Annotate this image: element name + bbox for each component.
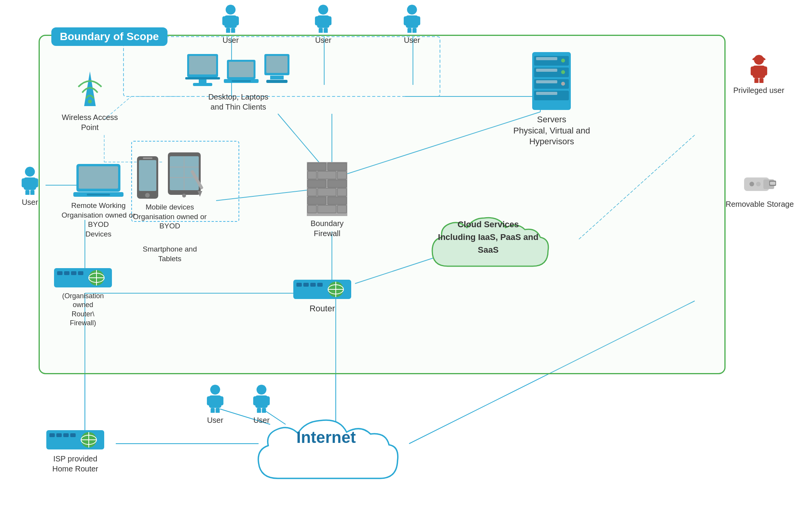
svg-rect-105 xyxy=(308,180,326,187)
svg-rect-48 xyxy=(754,78,758,83)
svg-rect-82 xyxy=(536,92,557,95)
svg-point-50 xyxy=(25,167,35,177)
servers: ServersPhysical, Virtual andHypervisors xyxy=(513,50,590,147)
svg-rect-116 xyxy=(57,271,63,275)
svg-point-32 xyxy=(318,5,328,15)
svg-point-148 xyxy=(257,385,267,395)
svg-rect-134 xyxy=(49,433,55,437)
removable-storage-label: Removable Storage xyxy=(726,199,794,209)
svg-rect-80 xyxy=(536,69,557,72)
privileged-user: Privileged user xyxy=(733,54,784,95)
svg-rect-68 xyxy=(266,56,288,73)
svg-rect-37 xyxy=(324,28,328,33)
wireless-ap-label: Wireless AccessPoint xyxy=(62,112,118,132)
boundary-firewall: BoundaryFirewall xyxy=(307,162,347,238)
svg-rect-49 xyxy=(759,78,763,83)
center-router-label: Router xyxy=(310,303,335,314)
svg-rect-102 xyxy=(308,171,316,179)
boundary-firewall-label: BoundaryFirewall xyxy=(311,218,344,238)
svg-rect-118 xyxy=(71,271,76,275)
svg-rect-52 xyxy=(22,178,26,187)
desktops-laptops: Desktop, Laptopsand Thin Clients xyxy=(185,52,291,112)
svg-rect-61 xyxy=(193,83,212,86)
svg-point-96 xyxy=(182,194,186,198)
mobile-label: Mobile devicesOrganisation owned or BYOD xyxy=(131,203,208,231)
svg-rect-88 xyxy=(139,160,156,191)
svg-rect-114 xyxy=(337,205,347,213)
user-left: User xyxy=(19,166,41,207)
svg-rect-109 xyxy=(337,188,347,196)
svg-rect-36 xyxy=(319,28,323,33)
isp-router: ISP providedHome Router xyxy=(46,426,104,474)
svg-rect-111 xyxy=(328,197,347,204)
svg-rect-106 xyxy=(328,180,347,187)
svg-rect-62 xyxy=(185,77,220,79)
user-top-1: User xyxy=(220,4,241,45)
svg-rect-112 xyxy=(308,205,316,213)
svg-rect-79 xyxy=(536,57,557,60)
svg-rect-28 xyxy=(222,16,227,25)
svg-rect-43 xyxy=(413,28,417,33)
svg-rect-157 xyxy=(770,182,775,185)
user-top-3: User xyxy=(401,4,423,45)
svg-rect-40 xyxy=(404,16,408,25)
svg-point-77 xyxy=(561,70,565,74)
isp-router-label: ISP providedHome Router xyxy=(52,454,98,474)
svg-rect-64 xyxy=(229,62,254,77)
internet-label: Internet xyxy=(296,428,356,446)
svg-point-57 xyxy=(88,100,92,103)
user-top-2-label: User xyxy=(315,35,331,45)
smartphones-tablets: Mobile devicesOrganisation owned or BYOD… xyxy=(131,150,208,264)
svg-rect-113 xyxy=(318,205,336,213)
svg-rect-126 xyxy=(303,283,309,287)
remote-laptop: Remote WorkingOrganisation owned or BYOD… xyxy=(60,162,137,239)
wireless-ap: Wireless AccessPoint xyxy=(62,68,118,132)
user-top-2: User xyxy=(313,4,334,45)
svg-rect-46 xyxy=(751,66,755,76)
svg-rect-108 xyxy=(318,188,336,196)
user-top-1-label: User xyxy=(222,35,239,45)
svg-rect-54 xyxy=(25,190,30,195)
svg-rect-107 xyxy=(308,188,316,196)
svg-rect-59 xyxy=(189,56,216,74)
svg-rect-147 xyxy=(216,408,220,413)
svg-rect-100 xyxy=(308,163,326,171)
svg-rect-41 xyxy=(416,16,420,25)
svg-rect-151 xyxy=(266,396,270,405)
svg-rect-135 xyxy=(56,433,62,437)
remote-laptop-label: Remote WorkingOrganisation owned or BYOD… xyxy=(60,201,137,239)
svg-rect-66 xyxy=(232,80,251,82)
privileged-user-label: Privileged user xyxy=(733,85,784,95)
svg-rect-35 xyxy=(327,16,332,25)
svg-rect-29 xyxy=(235,16,239,25)
svg-point-26 xyxy=(226,5,236,15)
svg-point-158 xyxy=(749,182,754,186)
svg-rect-137 xyxy=(70,433,76,437)
svg-rect-150 xyxy=(253,396,257,405)
svg-point-38 xyxy=(407,5,417,15)
svg-rect-55 xyxy=(30,190,35,195)
svg-rect-69 xyxy=(270,76,284,79)
svg-rect-128 xyxy=(317,283,323,287)
removable-storage: Removable Storage xyxy=(726,170,794,209)
svg-point-76 xyxy=(561,59,565,62)
svg-rect-34 xyxy=(315,16,319,25)
svg-rect-70 xyxy=(266,80,288,83)
svg-rect-47 xyxy=(763,66,767,76)
svg-rect-81 xyxy=(536,80,557,83)
svg-point-159 xyxy=(756,182,761,186)
svg-rect-104 xyxy=(337,171,347,179)
svg-point-89 xyxy=(145,193,150,198)
svg-rect-127 xyxy=(310,283,316,287)
svg-rect-42 xyxy=(408,28,412,33)
svg-rect-103 xyxy=(318,171,336,179)
svg-rect-84 xyxy=(79,166,118,189)
user-bottom-1-label: User xyxy=(207,415,223,425)
user-top-3-label: User xyxy=(404,35,420,45)
svg-rect-31 xyxy=(231,28,235,33)
user-left-label: User xyxy=(22,197,38,207)
svg-rect-53 xyxy=(34,178,38,187)
svg-rect-90 xyxy=(143,157,152,159)
center-router: Router xyxy=(293,276,351,314)
svg-rect-110 xyxy=(308,197,326,204)
